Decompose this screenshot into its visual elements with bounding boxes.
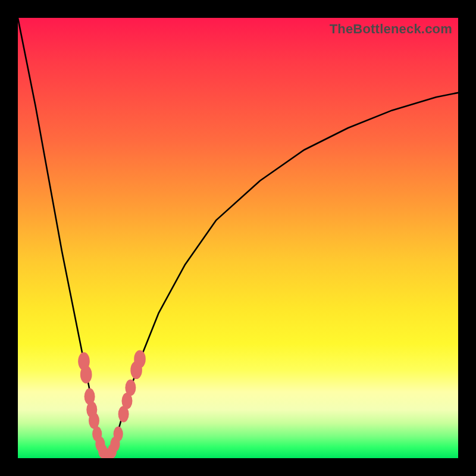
curve-bead xyxy=(118,406,129,422)
curve-bead xyxy=(92,427,102,441)
bottleneck-curve xyxy=(18,18,458,458)
curve-bead xyxy=(84,389,95,405)
curve-bead xyxy=(130,361,142,379)
curve-bead xyxy=(80,365,92,383)
curve-bead xyxy=(108,444,117,458)
curve-bead xyxy=(105,449,114,458)
plot-area: TheBottleneck.com xyxy=(18,18,458,458)
curve-bead xyxy=(114,427,123,441)
curve-bead xyxy=(101,449,110,458)
watermark-text: TheBottleneck.com xyxy=(330,21,452,37)
curve-bead xyxy=(86,402,97,418)
curve-bead xyxy=(78,352,90,370)
curve-bead xyxy=(89,412,99,429)
curve-bead xyxy=(110,437,120,452)
curve-bead xyxy=(98,444,107,458)
curve-bead xyxy=(125,380,136,396)
curve-beads xyxy=(78,350,146,458)
curve-path xyxy=(18,18,458,456)
curve-bead xyxy=(134,350,146,368)
curve-bead xyxy=(95,437,105,452)
curve-bead xyxy=(122,393,133,409)
chart-frame: TheBottleneck.com xyxy=(0,0,476,476)
